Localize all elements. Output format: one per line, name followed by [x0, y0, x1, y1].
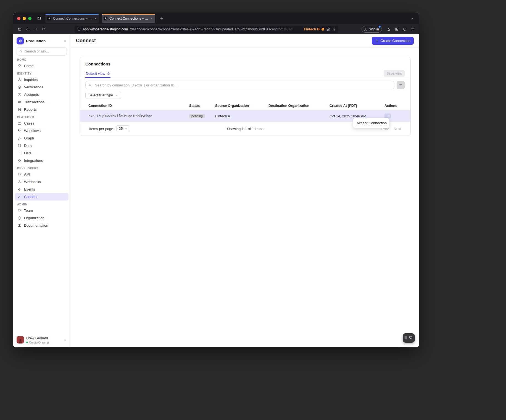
- new-tab-button[interactable]: [158, 15, 165, 22]
- sidebar-item-home[interactable]: Home: [15, 62, 68, 70]
- search-icon: [88, 83, 92, 87]
- filter-lines-icon: [399, 83, 403, 87]
- connection-search-input[interactable]: [94, 83, 391, 88]
- user-menu[interactable]: Drew Leonard Crypto Onramp: [13, 336, 70, 344]
- sign-in-button[interactable]: Sign in: [362, 26, 382, 33]
- flowchart-icon: [17, 129, 22, 133]
- address-bar[interactable]: app.withpersona-staging.com/dashboard/co…: [75, 26, 338, 33]
- sidebar-search[interactable]: [17, 47, 67, 56]
- browser-tab-2-active[interactable]: Connect Connections – Persona ×: [102, 14, 155, 23]
- persona-favicon-icon: [47, 17, 51, 20]
- extensions-grid-icon[interactable]: [393, 26, 400, 33]
- accept-connection-menu-item[interactable]: Accept Connection: [357, 121, 387, 125]
- grid-icon: [17, 159, 22, 163]
- card-title: Connections: [85, 62, 405, 66]
- section-label-identity: IDENTITY: [17, 72, 66, 75]
- chat-launcher-button[interactable]: [403, 333, 415, 343]
- sidebar-item-documentation[interactable]: Documentation: [15, 222, 68, 229]
- sidebar-item-api[interactable]: API: [15, 171, 68, 178]
- forward-icon[interactable]: [32, 26, 39, 33]
- org-name: Production: [26, 39, 61, 43]
- filter-toggle-button[interactable]: [397, 81, 405, 89]
- tab-title: Connect Connections – Persona: [53, 17, 92, 20]
- sidebar-item-organization[interactable]: Organization: [15, 214, 68, 222]
- section-label-admin: ADMIN: [17, 203, 66, 206]
- persona-logo-icon: [17, 37, 24, 44]
- tab-container-stripe-orange: [102, 14, 155, 15]
- sidebar-item-transactions[interactable]: Transactions: [15, 98, 68, 106]
- online-status-dot: [26, 342, 28, 343]
- window-controls: [17, 17, 31, 20]
- book-icon: [17, 223, 22, 228]
- containers-grid-icon[interactable]: [326, 27, 330, 31]
- url-path: /dashboard/connect/connections?filter={}…: [130, 27, 302, 31]
- chevron-updown-icon: [63, 338, 67, 342]
- tab-close-icon[interactable]: ×: [150, 16, 153, 21]
- user-workspace: Crypto Onramp: [29, 341, 49, 344]
- sidebar-item-accounts[interactable]: Accounts: [15, 91, 68, 98]
- persona-favicon-icon: [104, 17, 107, 20]
- tab-title: Connect Connections – Persona: [109, 17, 148, 20]
- table-search-row: [85, 81, 405, 89]
- user-name: Drew Leonard: [26, 336, 48, 340]
- tracking-shield-icon[interactable]: [77, 27, 81, 31]
- sidebar-item-data[interactable]: Data: [15, 142, 68, 149]
- sidebar-item-connect[interactable]: Connect: [15, 193, 68, 200]
- container-label: Fintech B: [304, 27, 320, 31]
- s-curve-icon: [17, 195, 22, 199]
- user-avatar: [17, 336, 24, 344]
- sidebar-item-verifications[interactable]: Verifications: [15, 83, 68, 91]
- firefox-view-icon[interactable]: [16, 26, 23, 33]
- plus-icon: [375, 39, 379, 43]
- items-per-page-select[interactable]: 25: [116, 125, 130, 132]
- view-tabs: Default view Save view: [80, 70, 410, 78]
- menu-hamburger-icon[interactable]: [409, 26, 416, 33]
- section-label-home: HOME: [17, 58, 66, 61]
- save-view-button[interactable]: Save view: [384, 70, 405, 77]
- col-status: Status: [189, 104, 215, 108]
- browser-tab-1[interactable]: Connect Connections – Persona ×: [45, 14, 99, 23]
- extension-flask-icon[interactable]: [385, 26, 392, 33]
- actions-dropdown-menu: Accept Connection: [353, 118, 389, 128]
- sidebar-item-lists[interactable]: Lists: [15, 149, 68, 157]
- back-icon[interactable]: [24, 26, 31, 33]
- id-card-icon: [17, 93, 22, 97]
- window-minimize-button[interactable]: [23, 17, 26, 20]
- col-connection-id: Connection ID: [88, 104, 189, 108]
- people-icon: [17, 208, 22, 213]
- sidebar-item-integrations[interactable]: Integrations: [15, 157, 68, 164]
- org-switcher[interactable]: Production: [17, 37, 67, 44]
- sidebar-search-input[interactable]: [24, 49, 64, 54]
- sidebar-item-reports[interactable]: Reports: [15, 106, 68, 113]
- lock-icon: [107, 72, 110, 75]
- sidebar-item-events[interactable]: Events: [15, 186, 68, 193]
- sidebar-item-team[interactable]: Team: [15, 207, 68, 214]
- webhook-icon: [17, 180, 22, 184]
- sidebar-item-webhooks[interactable]: Webhooks: [15, 178, 68, 186]
- connections-card: Connections Default view Save view: [80, 57, 411, 136]
- next-page-button[interactable]: Next: [394, 127, 401, 131]
- list-all-tabs-chevron-icon[interactable]: [409, 15, 416, 22]
- reload-icon[interactable]: [40, 26, 47, 33]
- document-icon: [17, 107, 22, 112]
- tab-close-icon[interactable]: ×: [94, 16, 97, 21]
- main-content: Connect Create Connection Connections De…: [70, 34, 419, 347]
- sidebar-item-cases[interactable]: Cases: [15, 120, 68, 127]
- extension-circle-icon[interactable]: [401, 26, 408, 33]
- create-connection-button[interactable]: Create Connection: [372, 37, 414, 45]
- list-icon: [17, 151, 22, 155]
- bookmark-star-icon[interactable]: [332, 27, 336, 31]
- page-header: Connect Create Connection: [70, 34, 419, 47]
- tab-overview-icon[interactable]: [35, 15, 43, 22]
- search-icon: [19, 50, 23, 53]
- tab-default-view[interactable]: Default view: [85, 70, 110, 78]
- connection-search[interactable]: [85, 81, 394, 89]
- window-close-button[interactable]: [17, 17, 20, 20]
- sidebar-item-workflows[interactable]: Workflows: [15, 127, 68, 134]
- col-destination-organization: Destination Organization: [268, 104, 330, 108]
- sidebar-item-inquiries[interactable]: Inquiries: [15, 76, 68, 83]
- section-label-platform: PLATFORM: [17, 116, 66, 119]
- sidebar-item-graph[interactable]: Graph: [15, 134, 68, 142]
- window-zoom-button[interactable]: [28, 17, 31, 20]
- select-filter-type-button[interactable]: Select filter type: [85, 92, 121, 99]
